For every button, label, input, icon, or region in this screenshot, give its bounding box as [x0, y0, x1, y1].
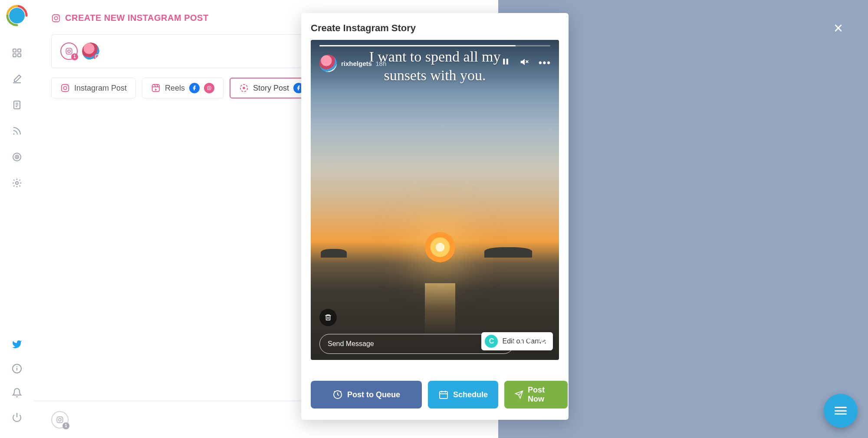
- fab-menu-button[interactable]: [824, 394, 858, 428]
- story-preview: I want to spend all my sunsets with you.…: [311, 40, 559, 360]
- button-label: Post to Queue: [347, 390, 400, 399]
- story-controls: •••: [501, 57, 551, 69]
- create-story-modal: Create Instagram Story I want to spend a…: [301, 13, 569, 420]
- send-message-row: Send Message: [319, 334, 550, 354]
- horizon: [311, 245, 559, 258]
- story-username: rixhelgets 18h: [341, 60, 386, 67]
- pause-icon[interactable]: [501, 57, 510, 69]
- schedule-button[interactable]: Schedule: [428, 381, 498, 409]
- button-label: Schedule: [453, 390, 488, 399]
- menu-icon: [835, 407, 847, 415]
- post-now-button[interactable]: Post Now: [504, 381, 568, 409]
- story-progress-bar[interactable]: [319, 45, 550, 46]
- button-label: Post Now: [528, 386, 557, 404]
- share-icon[interactable]: [538, 337, 550, 352]
- modal-title: Create Instagram Story: [311, 23, 559, 34]
- more-icon[interactable]: •••: [539, 57, 551, 69]
- post-to-queue-button[interactable]: Post to Queue: [311, 381, 422, 409]
- heart-icon[interactable]: [520, 337, 532, 352]
- send-message-input[interactable]: Send Message: [319, 334, 514, 354]
- delete-media-button[interactable]: [319, 309, 337, 326]
- svg-rect-41: [503, 59, 505, 64]
- close-icon[interactable]: ×: [834, 19, 843, 37]
- sun-reflection: [425, 283, 455, 335]
- story-avatar[interactable]: [319, 55, 337, 72]
- svg-rect-42: [506, 59, 508, 64]
- mute-icon[interactable]: [519, 57, 529, 69]
- story-user: rixhelgets 18h: [319, 55, 386, 72]
- svg-rect-49: [440, 392, 447, 399]
- svg-rect-45: [326, 316, 330, 320]
- modal-overlay: × Create Instagram Story I want to spend…: [0, 0, 868, 438]
- modal-actions: Post to Queue Schedule Post Now: [311, 381, 559, 409]
